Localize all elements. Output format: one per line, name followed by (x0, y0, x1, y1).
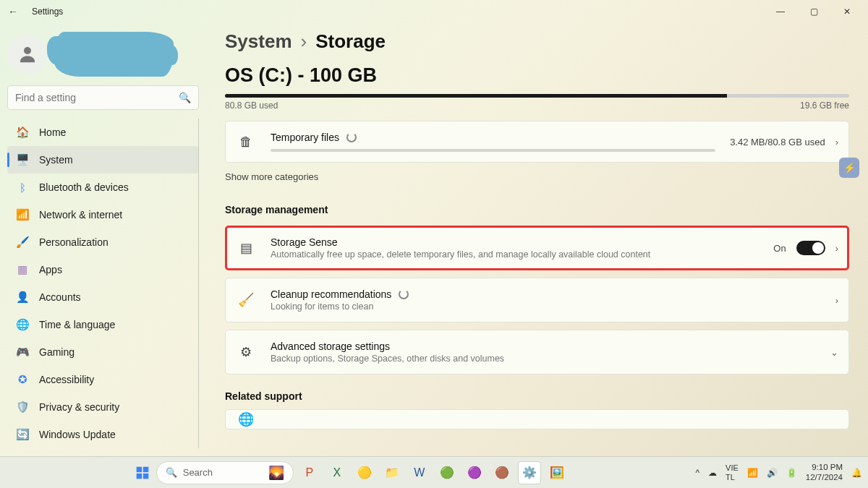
search-input[interactable] (15, 92, 179, 103)
tray-clock[interactable]: 9:10 PM12/7/2024 (806, 463, 843, 481)
taskbar-excel[interactable]: X (326, 461, 349, 484)
drive-used-label: 80.8 GB used (225, 100, 278, 111)
chevron-right-icon: › (301, 30, 307, 53)
chevron-right-icon: › (835, 137, 838, 147)
taskbar-word[interactable]: W (408, 461, 431, 484)
sidebar-item-label: Windows Update (39, 429, 116, 440)
storage-sense-card[interactable]: ▤ Storage Sense Automatically free up sp… (225, 226, 849, 270)
sidebar-item-home[interactable]: 🏠Home (7, 119, 198, 146)
related-support-header: Related support (225, 390, 849, 402)
taskbar-search-label: Search (183, 467, 213, 478)
cleanup-card[interactable]: 🧹 Cleanup recommendations Looking for it… (225, 278, 849, 322)
svg-rect-4 (143, 473, 149, 479)
close-button[interactable]: ✕ (830, 1, 864, 22)
card-title: Cleanup recommendations (271, 288, 391, 300)
temp-bar (271, 149, 715, 152)
trash-icon: 🗑 (236, 134, 256, 150)
toggle-state-label: On (773, 243, 786, 254)
taskbar-app2[interactable]: 🟣 (463, 461, 486, 484)
storage-sense-toggle[interactable] (796, 241, 825, 255)
taskbar-settings[interactable]: ⚙️ (518, 461, 541, 484)
bluetooth-icon: ᛒ (16, 181, 29, 194)
drive-free-label: 19.6 GB free (800, 100, 849, 111)
window-title: Settings (32, 7, 63, 17)
tray-language[interactable]: VIETL (726, 463, 739, 481)
nav: 🏠Home 🖥️System ᛒBluetooth & devices 📶Net… (7, 119, 199, 448)
update-icon: 🔄 (16, 428, 29, 441)
sidebar-item-label: Network & internet (39, 209, 122, 221)
broom-icon: 🧹 (236, 292, 256, 308)
breadcrumb: System › Storage (225, 30, 849, 53)
svg-point-0 (24, 47, 31, 54)
search-icon: 🔍 (179, 92, 191, 103)
taskbar-app4[interactable]: 🖼️ (545, 461, 569, 484)
sidebar-item-update[interactable]: 🔄Windows Update (7, 421, 198, 448)
settings-search[interactable]: 🔍 (7, 85, 199, 110)
sidebar-item-personalization[interactable]: 🖌️Personalization (7, 228, 198, 256)
tray-battery-icon[interactable]: 🔋 (786, 468, 797, 478)
system-icon: 🖥️ (16, 153, 29, 166)
breadcrumb-parent[interactable]: System (225, 30, 292, 53)
apps-icon: ▦ (16, 263, 29, 276)
taskbar-app3[interactable]: 🟤 (490, 461, 514, 484)
search-icon: 🔍 (166, 467, 177, 478)
taskbar: 🔍 Search 🌄 P X 🟡 📁 W 🟢 🟣 🟤 ⚙️ 🖼️ ^ ☁ VIE… (0, 456, 868, 488)
chevron-right-icon: › (835, 295, 838, 306)
related-support-card[interactable]: 🌐 (225, 409, 849, 429)
globe-clock-icon: 🌐 (16, 318, 29, 331)
advanced-storage-card[interactable]: ⚙ Advanced storage settings Backup optio… (225, 330, 849, 374)
svg-rect-1 (136, 466, 142, 472)
sidebar-item-label: Time & language (39, 319, 115, 330)
tray-onedrive-icon[interactable]: ☁ (708, 468, 717, 478)
sidebar-item-bluetooth[interactable]: ᛒBluetooth & devices (7, 174, 198, 201)
sidebar-item-gaming[interactable]: 🎮Gaming (7, 338, 198, 366)
loading-spinner-icon (399, 289, 409, 299)
avatar (7, 35, 47, 74)
person-icon: 👤 (16, 291, 29, 304)
sidebar-item-label: Accounts (39, 291, 81, 303)
sidebar-item-accounts[interactable]: 👤Accounts (7, 283, 198, 311)
sidebar-item-label: Bluetooth & devices (39, 181, 129, 193)
taskbar-chrome[interactable]: 🟡 (353, 461, 376, 484)
taskbar-app1[interactable]: 🟢 (435, 461, 459, 484)
tray-volume-icon[interactable]: 🔊 (767, 468, 778, 478)
chevron-right-icon: › (835, 243, 838, 254)
shield-icon: 🛡️ (16, 401, 29, 414)
sidebar-item-privacy[interactable]: 🛡️Privacy & security (7, 393, 198, 421)
show-more-categories[interactable]: Show more categories (225, 171, 849, 182)
taskbar-search[interactable]: 🔍 Search 🌄 (156, 461, 294, 484)
sidebar-item-label: Gaming (39, 346, 75, 358)
sidebar-item-network[interactable]: 📶Network & internet (7, 201, 198, 228)
taskbar-powerpoint[interactable]: P (298, 461, 321, 484)
brush-icon: 🖌️ (16, 236, 29, 249)
profile-block[interactable] (7, 26, 199, 82)
search-widget-icon: 🌄 (268, 465, 284, 481)
storage-sense-floating-badge[interactable]: ⚡ (839, 158, 859, 178)
svg-rect-2 (143, 466, 149, 472)
card-title: Storage Sense (271, 236, 338, 248)
titlebar: ← Settings — ▢ ✕ (0, 0, 868, 23)
tray-chevron-icon[interactable]: ^ (695, 468, 699, 478)
redacted-name (54, 32, 174, 77)
wifi-icon: 📶 (16, 208, 29, 221)
taskbar-explorer[interactable]: 📁 (380, 461, 404, 484)
start-button[interactable] (133, 463, 152, 482)
svg-rect-3 (136, 473, 142, 479)
gaming-icon: 🎮 (16, 346, 29, 359)
tray-notifications-icon[interactable]: 🔔 (851, 468, 862, 478)
back-button[interactable]: ← (4, 6, 22, 17)
temporary-files-card[interactable]: 🗑 Temporary files 3.42 MB/80.8 GB used › (225, 121, 849, 163)
maximize-button[interactable]: ▢ (797, 1, 830, 22)
card-subtitle: Backup options, Storage Spaces, other di… (271, 354, 816, 364)
sidebar-item-label: Privacy & security (39, 401, 119, 413)
storage-sense-icon: ▤ (236, 240, 256, 256)
sidebar-item-system[interactable]: 🖥️System (7, 146, 198, 174)
system-tray: ^ ☁ VIETL 📶 🔊 🔋 9:10 PM12/7/2024 🔔 (695, 463, 862, 481)
chevron-down-icon: ⌄ (830, 347, 838, 358)
sidebar-item-apps[interactable]: ▦Apps (7, 256, 198, 283)
minimize-button[interactable]: — (764, 1, 797, 22)
sidebar-item-label: Apps (39, 264, 62, 275)
sidebar-item-accessibility[interactable]: ✪Accessibility (7, 366, 198, 393)
sidebar-item-time[interactable]: 🌐Time & language (7, 311, 198, 338)
tray-wifi-icon[interactable]: 📶 (747, 468, 758, 478)
